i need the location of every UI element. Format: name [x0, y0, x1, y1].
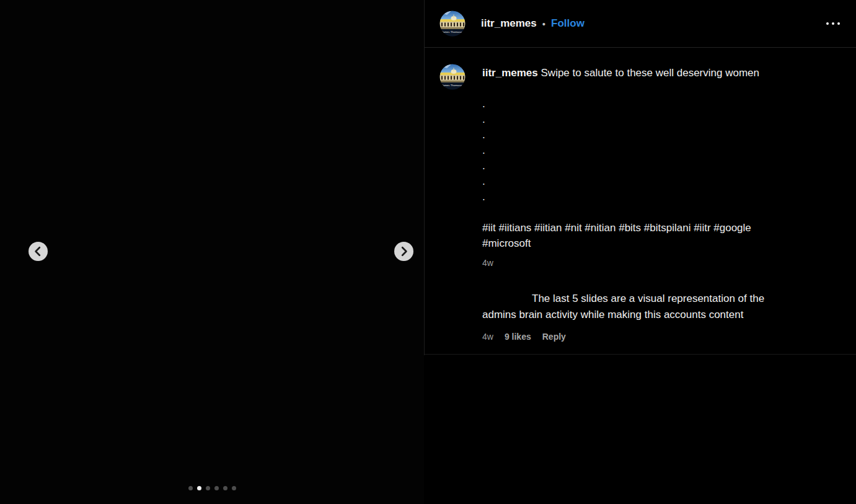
- caption-dot-line: .: [482, 96, 791, 112]
- post-header: James Thomason iitr_memes • Follow: [425, 0, 856, 48]
- comment-timestamp: 4w: [482, 332, 493, 342]
- caption-hashtags[interactable]: #iit #iitians #iitian #nit #nitian #bits…: [482, 220, 791, 251]
- caption-dot-line: .: [482, 174, 791, 189]
- avatar-image: James Thomason: [439, 11, 466, 37]
- post-modal: James Thomason iitr_memes • Follow: [0, 0, 856, 504]
- comment-text: The last 5 slides are a visual represent…: [482, 291, 791, 323]
- caption-text: Swipe to salute to these well deserving …: [541, 67, 759, 79]
- caption-dot-line: .: [482, 143, 791, 158]
- caption-block: James Thomason iitr_memes Swipe to salut…: [439, 64, 841, 268]
- chevron-left-icon: [29, 242, 48, 261]
- comment-likes[interactable]: 9 likes: [505, 332, 531, 342]
- carousel-media[interactable]: [0, 0, 424, 504]
- carousel-dots: [0, 486, 424, 490]
- caption-blank-line: [482, 205, 791, 220]
- follow-button[interactable]: Follow: [551, 17, 585, 30]
- chevron-right-icon: [394, 242, 413, 261]
- post-detail-pane: James Thomason iitr_memes • Follow: [425, 0, 856, 504]
- carousel-dot: [197, 486, 201, 490]
- header-dot-separator: •: [542, 19, 545, 29]
- carousel-dot: [214, 486, 219, 490]
- caption-avatar[interactable]: James Thomason: [439, 64, 466, 90]
- carousel-prev-button[interactable]: [29, 242, 48, 261]
- profile-avatar[interactable]: James Thomason: [439, 11, 466, 37]
- username-link[interactable]: iitr_memes: [481, 17, 537, 30]
- caption-dot-line: .: [482, 112, 791, 127]
- caption-dot-line: .: [482, 158, 791, 174]
- avatar-caption-text: James Thomason: [442, 30, 464, 33]
- comments-section: James Thomason iitr_memes Swipe to salut…: [425, 48, 856, 355]
- comment-block: The last 5 slides are a visual represent…: [439, 291, 841, 342]
- carousel-dot: [223, 486, 227, 490]
- caption-dot-line: .: [482, 189, 791, 205]
- caption-timestamp: 4w: [482, 258, 493, 268]
- carousel-dot: [206, 486, 210, 490]
- carousel-next-button[interactable]: [394, 242, 413, 261]
- detail-pane-footer-area: [425, 355, 856, 504]
- carousel-dot: [188, 486, 193, 490]
- caption-dot-line: .: [482, 127, 791, 143]
- caption-first-line: iitr_memes Swipe to salute to these well…: [482, 65, 791, 81]
- more-options-icon[interactable]: [825, 19, 841, 29]
- comment-reply-button[interactable]: Reply: [542, 332, 566, 342]
- caption-author[interactable]: iitr_memes: [482, 67, 538, 79]
- comment-avatar-spacer: [439, 291, 466, 342]
- avatar-caption-text: James Thomason: [442, 84, 464, 87]
- avatar-image: James Thomason: [439, 64, 466, 90]
- carousel-dot: [232, 486, 236, 490]
- caption-blank-line: [482, 81, 791, 96]
